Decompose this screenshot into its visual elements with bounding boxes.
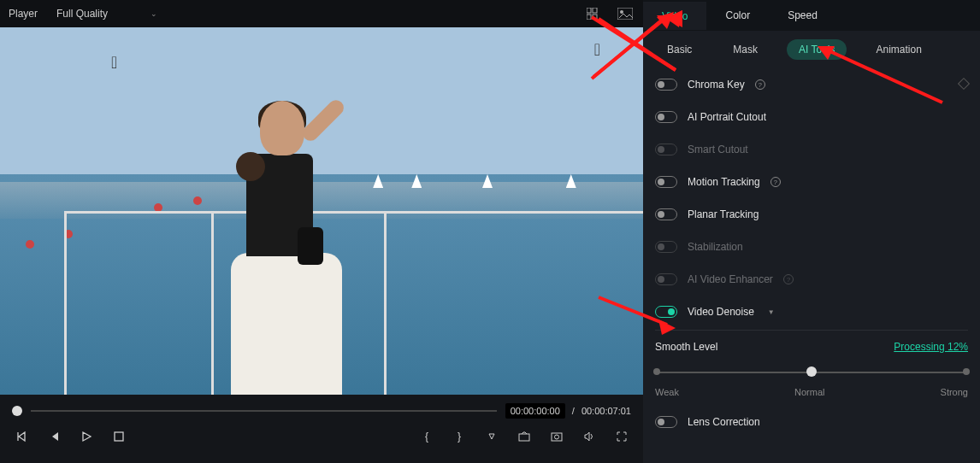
subtab-ai-tools[interactable]: AI Tools xyxy=(787,39,847,60)
subtab-animation[interactable]: Animation xyxy=(864,39,933,60)
option-chroma-key: Chroma Key ? xyxy=(655,68,968,101)
label-chroma-key: Chroma Key xyxy=(688,79,745,91)
toggle-planar-tracking[interactable] xyxy=(655,208,677,220)
svg-point-9 xyxy=(555,435,559,439)
fullscreen-icon[interactable] xyxy=(612,427,631,446)
stop-button[interactable] xyxy=(109,427,128,446)
volume-icon[interactable] xyxy=(580,427,599,446)
playhead-track[interactable] xyxy=(31,410,497,412)
toggle-ai-video-enhancer xyxy=(655,273,677,285)
label-video-denoise: Video Denoise xyxy=(688,306,754,318)
slider-label-normal: Normal xyxy=(794,387,824,397)
playhead-thumb[interactable] xyxy=(12,406,22,416)
keyframe-icon[interactable] xyxy=(958,78,970,90)
tab-speed[interactable]: Speed xyxy=(769,2,836,29)
smooth-level-section: Smooth Level Processing 12% Weak Normal … xyxy=(655,330,968,397)
option-ai-portrait: AI Portrait Cutout xyxy=(655,101,968,133)
svg-rect-6 xyxy=(115,432,123,441)
help-icon: ? xyxy=(783,274,794,284)
option-lens-correction: Lens Correction xyxy=(655,406,968,438)
toggle-stabilization xyxy=(655,241,677,253)
slider-thumb[interactable] xyxy=(806,366,817,377)
label-stabilization: Stabilization xyxy=(688,241,743,253)
marker-icon[interactable] xyxy=(482,427,501,446)
brace-right-icon[interactable]: } xyxy=(450,427,469,446)
smooth-level-label: Smooth Level xyxy=(655,341,717,353)
toggle-lens-correction[interactable] xyxy=(655,416,677,428)
option-stabilization: Stabilization xyxy=(655,231,968,263)
label-ai-video-enhancer: AI Video Enhancer xyxy=(688,273,773,285)
total-time: 00:00:07:01 xyxy=(582,406,631,416)
compare-grid-icon[interactable] xyxy=(585,4,604,23)
current-time: 00:00:00:00 xyxy=(505,403,565,419)
export-frame-icon[interactable] xyxy=(515,427,534,446)
bird-icon: 𓅯 xyxy=(111,53,117,73)
toggle-video-denoise[interactable] xyxy=(655,306,677,318)
time-separator: / xyxy=(572,406,575,416)
brace-left-icon[interactable]: { xyxy=(417,427,436,446)
tab-video[interactable]: Video xyxy=(643,2,706,30)
smooth-slider[interactable] xyxy=(655,365,968,382)
option-smart-cutout: Smart Cutout xyxy=(655,133,968,166)
svg-rect-2 xyxy=(587,15,591,20)
video-preview[interactable]: 𓅯 𓅮 xyxy=(0,27,643,395)
svg-rect-1 xyxy=(593,8,597,13)
slider-label-weak: Weak xyxy=(655,387,679,397)
quality-value: Full Quality xyxy=(56,8,108,20)
svg-rect-7 xyxy=(519,434,529,441)
quality-dropdown[interactable]: Full Quality ⌄ xyxy=(50,4,164,23)
subtab-mask[interactable]: Mask xyxy=(721,39,770,60)
option-video-denoise: Video Denoise ▼ xyxy=(655,296,968,328)
option-ai-video-enhancer: AI Video Enhancer ? xyxy=(655,263,968,296)
svg-rect-8 xyxy=(552,433,562,441)
label-smart-cutout: Smart Cutout xyxy=(688,144,748,155)
bird-icon: 𓅮 xyxy=(594,40,600,60)
toggle-smart-cutout xyxy=(655,144,677,155)
image-icon[interactable] xyxy=(616,4,635,23)
option-planar-tracking: Planar Tracking xyxy=(655,198,968,231)
toggle-ai-portrait[interactable] xyxy=(655,111,677,123)
svg-rect-0 xyxy=(587,8,591,13)
skip-back-button[interactable] xyxy=(12,427,31,446)
slider-label-strong: Strong xyxy=(941,387,968,397)
label-lens-correction: Lens Correction xyxy=(688,416,760,428)
svg-point-5 xyxy=(620,10,623,14)
svg-rect-3 xyxy=(593,15,597,20)
sub-tabs: Basic Mask AI Tools Animation xyxy=(643,31,980,68)
toggle-chroma-key[interactable] xyxy=(655,79,677,91)
step-back-button[interactable] xyxy=(44,427,63,446)
snapshot-icon[interactable] xyxy=(547,427,566,446)
toggle-motion-tracking[interactable] xyxy=(655,176,677,188)
player-label: Player xyxy=(9,8,38,20)
label-motion-tracking: Motion Tracking xyxy=(688,176,760,188)
help-icon[interactable]: ? xyxy=(770,177,781,187)
primary-tabs: Video Color Speed xyxy=(643,0,980,31)
subtab-basic[interactable]: Basic xyxy=(655,39,704,60)
label-planar-tracking: Planar Tracking xyxy=(688,208,759,220)
chevron-down-icon: ⌄ xyxy=(151,9,157,18)
option-motion-tracking: Motion Tracking ? xyxy=(655,166,968,198)
label-ai-portrait: AI Portrait Cutout xyxy=(688,111,766,123)
processing-status[interactable]: Processing 12% xyxy=(894,341,968,353)
tab-color[interactable]: Color xyxy=(706,2,769,29)
help-icon[interactable]: ? xyxy=(755,79,765,90)
play-button[interactable] xyxy=(77,427,96,446)
expand-icon[interactable]: ▼ xyxy=(768,308,775,316)
